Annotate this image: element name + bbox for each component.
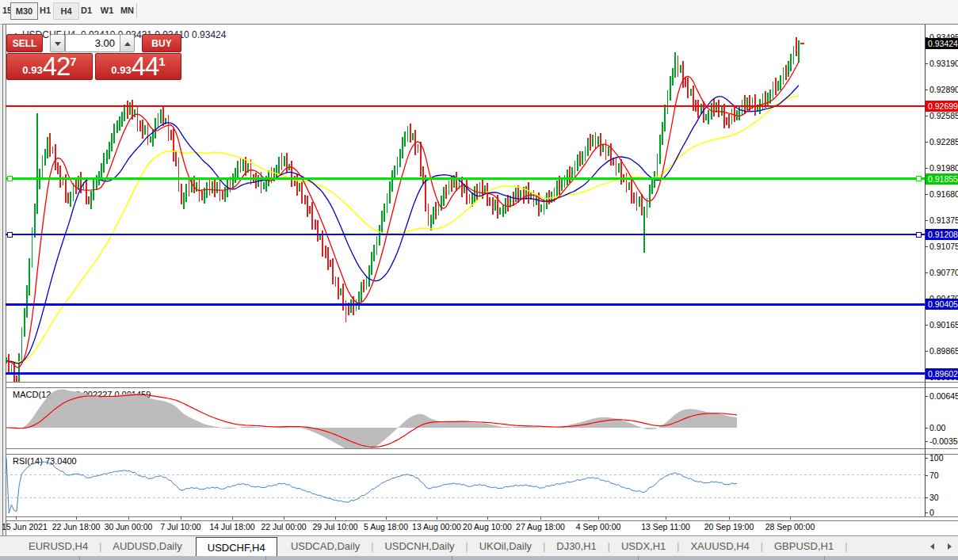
chart-tabs: EURUSD,H4|AUDUSD,Daily|USDCHF,H4|USDCAD,…: [17, 536, 847, 557]
timeframe-toolbar: 15M30H1H4D1W1MN: [0, 0, 958, 25]
rsi-axis-tick: [925, 458, 928, 459]
price-badge-0.91855: 0.91855: [926, 173, 958, 185]
price-axis-label: 0.91375: [929, 215, 958, 225]
time-axis-label: 29 Jul 10:00: [312, 522, 357, 531]
time-axis-label: 15 Jun 2021: [2, 522, 48, 531]
strip-tick: [824, 556, 825, 560]
time-axis-label: 27 Aug 18:00: [516, 522, 565, 531]
time-axis-label: 13 Aug 00:00: [412, 522, 461, 531]
macd-axis-tick: [925, 396, 928, 397]
chart-tab-gbpusd[interactable]: GBPUSD,H1: [763, 536, 845, 557]
time-axis-label: 20 Aug 10:00: [463, 522, 512, 531]
time-axis-tick: [437, 516, 437, 520]
price-axis-tick: [925, 351, 928, 352]
rsi-axis-tick: [925, 497, 928, 498]
price-axis-tick: [925, 220, 928, 221]
tab-scroll-right-icon[interactable]: [948, 543, 952, 550]
price-axis-label: 0.91980: [929, 163, 958, 173]
chart-tab-usdx[interactable]: USDX,H1: [610, 536, 677, 557]
price-axis-tick: [925, 168, 928, 169]
chart-tab-usdchf[interactable]: USDCHF,H4: [196, 537, 277, 558]
time-axis-tick: [16, 516, 17, 520]
macd-axis-label: 0.006451: [929, 391, 958, 401]
macd-axis-tick: [925, 441, 928, 442]
time-axis-tick: [666, 516, 666, 520]
rsi-axis-tick: [925, 512, 928, 513]
time-axis-label: 14 Jul 18:00: [209, 522, 254, 531]
macd-axis-label: 0.00: [929, 423, 945, 432]
time-axis-tick: [598, 516, 599, 520]
price-axis-tick: [925, 194, 928, 195]
time-axis-tick: [232, 516, 233, 520]
chart-tab-ukoil[interactable]: UKOil,Daily: [468, 536, 543, 557]
strip-tick: [638, 556, 639, 560]
macd-axis-tick: [925, 428, 928, 429]
price-axis-label: 0.90165: [929, 320, 958, 330]
price-axis-label: 0.93190: [929, 59, 958, 68]
price-axis-tick: [925, 325, 928, 326]
price-axis-line: [925, 25, 926, 516]
rsi-axis-label: 30: [929, 493, 939, 502]
price-badge-0.90405: 0.90405: [926, 299, 958, 310]
time-axis-label: 22 Jun 18:00: [52, 522, 101, 531]
rsi-axis-label: 0: [929, 508, 934, 517]
rsi-axis-label: 70: [929, 470, 939, 480]
price-axis-label: 0.92585: [929, 111, 958, 120]
strip-tick: [79, 556, 80, 560]
time-axis-tick: [181, 516, 181, 520]
strip-tick: [452, 556, 452, 560]
toolbar-separator: [136, 3, 137, 17]
time-axis-label: 30 Jun 00:00: [105, 522, 153, 531]
time-axis-label: 13 Sep 11:00: [641, 522, 690, 531]
price-axis-label: 0.92285: [929, 137, 958, 147]
chart-tab-xauusd[interactable]: XAUUSD,H4: [679, 536, 760, 557]
chart-tab-bar: EURUSD,H4|AUDUSD,Daily|USDCHF,H4|USDCAD,…: [0, 535, 958, 556]
price-axis-label: 0.90770: [929, 268, 958, 277]
price-axis-tick: [925, 63, 928, 64]
macd-pane-canvas: [6, 387, 925, 448]
chart-tab-dj30[interactable]: DJ30,H1: [545, 536, 608, 557]
price-axis-tick: [925, 246, 928, 247]
time-axis-label: 20 Sep 19:00: [704, 522, 754, 531]
time-axis-tick: [729, 516, 730, 520]
price-axis-label: 0.91075: [929, 242, 958, 251]
time-axis-tick: [128, 516, 129, 520]
pane-separator-rsi-time: [6, 516, 958, 521]
price-badge-0.91208: 0.91208: [926, 229, 958, 240]
time-axis-tick: [790, 516, 791, 520]
window-frame-outer: [2, 25, 3, 535]
time-axis-tick: [76, 516, 77, 520]
tab-scroll-left-icon[interactable]: [930, 543, 934, 550]
chart-tab-eurusd[interactable]: EURUSD,H4: [17, 536, 99, 557]
price-axis-label: 0.91680: [929, 189, 958, 199]
time-axis-tick: [487, 516, 488, 520]
time-axis-label: 4 Sep 00:00: [576, 522, 621, 531]
time-axis-tick: [284, 516, 284, 520]
time-axis-label: 22 Jul 00:00: [261, 522, 306, 531]
time-axis-label: 7 Jul 10:00: [160, 522, 200, 531]
price-axis-tick: [925, 142, 928, 143]
price-badge-0.93424: 0.93424: [926, 38, 958, 49]
price-axis-label: 0.89865: [929, 346, 958, 356]
hline-canvas: [6, 25, 925, 382]
time-axis-label: 5 Aug 18:00: [364, 522, 408, 531]
strip-tick: [265, 556, 266, 560]
price-axis-tick: [925, 90, 928, 90]
price-badge-0.89602: 0.89602: [926, 368, 958, 379]
price-axis-tick: [925, 116, 928, 116]
rsi-axis-label: 100: [929, 453, 944, 463]
chart-tab-usdcad[interactable]: USDCAD,Daily: [280, 536, 371, 557]
time-axis-label: 28 Sep 00:00: [765, 522, 815, 531]
price-badge-0.92699: 0.92699: [926, 101, 958, 112]
macd-axis-label: -0.00350: [929, 436, 958, 446]
window-frame-top: [2, 24, 958, 25]
chart-tab-usdcnh[interactable]: USDCNH,Daily: [373, 536, 465, 557]
time-axis-tick: [540, 516, 541, 520]
rsi-pane-canvas: [6, 453, 925, 516]
price-axis-label: 0.92890: [929, 85, 958, 94]
price-axis-tick: [925, 272, 928, 273]
tab-separator: |: [845, 541, 847, 552]
chart-tab-audusd[interactable]: AUDUSD,Daily: [101, 536, 193, 557]
time-axis-tick: [335, 516, 336, 520]
time-axis-tick: [386, 516, 387, 520]
